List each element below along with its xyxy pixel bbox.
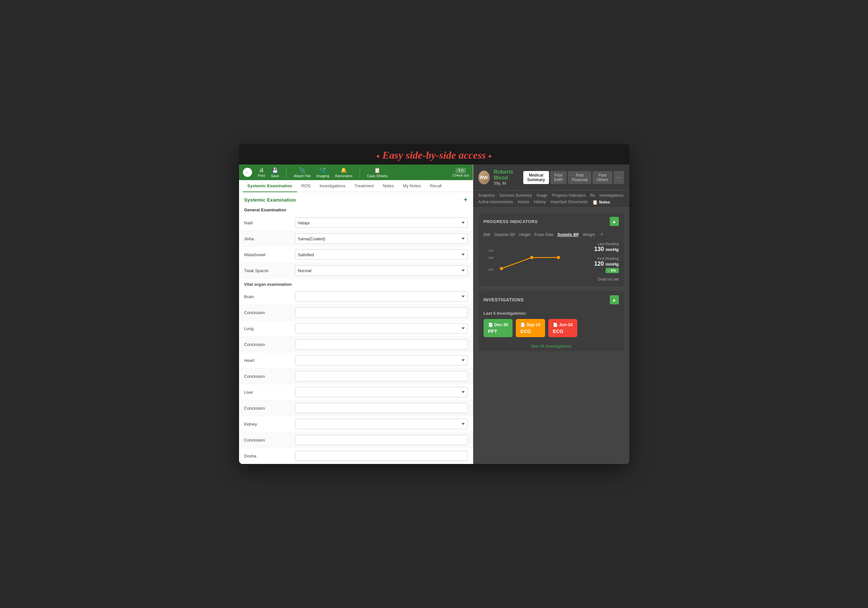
heart-conclusion-input[interactable] [295, 371, 468, 381]
kidney-conclusion-row: Conclusion [239, 432, 473, 448]
tab-investigations[interactable]: Investigations [315, 180, 350, 192]
reading-change-badge: ↑ 8% [606, 268, 618, 273]
chart-container: 120 130 130 [484, 242, 575, 282]
first-reading-block: First Reading 120 mmHg ↑ 8% [594, 257, 619, 273]
svg-point-3 [500, 267, 503, 270]
tab-notes[interactable]: Notes [378, 180, 398, 192]
twak-select[interactable]: Normal [295, 265, 468, 276]
inv-item-dec30[interactable]: 📄 Dec-30 PFT [484, 319, 513, 337]
brain-conclusion-label: Conclusion [244, 310, 290, 315]
progress-chart-svg: 120 130 130 [484, 242, 575, 281]
metric-systolic-bp[interactable]: Systolic BP [557, 232, 579, 237]
heart-select[interactable] [295, 355, 468, 365]
investigations-toggle-button[interactable]: ▲ [610, 295, 619, 304]
inv-date-sep15: 📄 Sep-15 [520, 322, 541, 327]
metric-weight[interactable]: Weight [583, 232, 595, 237]
svg-text:130: 130 [488, 256, 493, 260]
save-icon: 💾 [272, 167, 278, 173]
back-button[interactable]: ← [243, 168, 252, 177]
mala-select[interactable]: Satisfied [295, 249, 468, 260]
chart-area: 120 130 130 [478, 242, 624, 286]
case-sheets-icon: 📋 [374, 167, 380, 173]
title-bar: ✦ Easy side-by-side access ✦ [239, 144, 629, 164]
progress-toggle-button[interactable]: ▲ [610, 217, 619, 226]
liver-conclusion-input[interactable] [295, 403, 468, 413]
nadi-row: Nadi Vataja [239, 215, 473, 231]
print-button[interactable]: 🖨 Print [258, 167, 265, 178]
kidney-row: Kidney [239, 416, 473, 432]
reminders-button[interactable]: 🔔 Reminders [335, 167, 352, 178]
save-button[interactable]: 💾 Save [271, 167, 279, 178]
metric-diastolic-bp[interactable]: Diastolic BP [494, 232, 515, 237]
inv-type-sep15: ECG [520, 328, 541, 334]
tab-medical-summary[interactable]: MedicalSummary [523, 171, 549, 184]
nav-important-documents[interactable]: Important Documents [550, 200, 588, 205]
inv-item-sep15[interactable]: 📄 Sep-15 ECG [516, 319, 545, 337]
nav-active-assessments[interactable]: Active Assessments [478, 200, 513, 205]
dosha-input[interactable] [295, 451, 468, 461]
inv-date-jun10: 📄 Jun-10 [553, 322, 573, 327]
inv-item-jun10[interactable]: 📄 Jun-10 ECG [548, 319, 577, 337]
svg-point-5 [557, 256, 560, 259]
avatar: RW [478, 171, 490, 184]
kidney-conclusion-input[interactable] [295, 435, 468, 445]
tab-treatment[interactable]: Treatment [350, 180, 378, 192]
toolbar: ← 🖨 Print 💾 Save 📎 Attach File 🩺 Imaging [239, 164, 473, 180]
heart-conclusion-row: Conclusion [239, 368, 473, 384]
tab-recall[interactable]: Recall [425, 180, 446, 192]
goal-text: Goal not set [598, 277, 619, 282]
nav-investigations[interactable]: Investigations [599, 193, 623, 198]
lung-select[interactable] [295, 323, 468, 334]
tab-systemic-examination[interactable]: Systemic Examination [243, 180, 297, 192]
case-sheets-button[interactable]: 📋 Case Sheets [367, 167, 388, 178]
add-metric-button[interactable]: + [600, 231, 604, 238]
attach-file-button[interactable]: 📎 Attach File [294, 167, 311, 178]
nav-snapshot[interactable]: Snapshot [478, 193, 495, 198]
tab-past-financial[interactable]: PastFinancial [568, 171, 591, 184]
metric-height[interactable]: Height [519, 232, 531, 237]
tab-past-emr[interactable]: PastEMR [550, 171, 567, 184]
tab-past-others[interactable]: PastOthers [592, 171, 612, 184]
nav-image[interactable]: Image [536, 193, 547, 198]
heart-conclusion-label: Conclusion [244, 374, 290, 379]
sparkle-right: ✦ [487, 153, 493, 160]
main-panels: ← 🖨 Print 💾 Save 📎 Attach File 🩺 Imaging [239, 164, 629, 464]
nadi-select[interactable]: Vataja [295, 218, 468, 228]
patient-info: RW Roberts Wood 39y, M [478, 169, 524, 186]
more-options-button[interactable]: ⋯ [614, 171, 624, 184]
file-icon-dec30: 📄 [488, 323, 493, 327]
heart-row: Heart [239, 353, 473, 368]
systemic-exam-header: Systemic Examination + [239, 192, 473, 205]
inv-date-dec30: 📄 Dec-30 [488, 322, 508, 327]
tab-my-notes[interactable]: My Notes [398, 180, 425, 192]
kidney-select[interactable] [295, 419, 468, 429]
nav-rx[interactable]: Rx [590, 193, 595, 198]
see-all-investigations-link[interactable]: See All Investigations [478, 341, 624, 351]
mala-label: Mala/bowel [244, 252, 290, 257]
investigations-title: INVESTIGATIONS [484, 297, 524, 302]
brain-conclusion-input[interactable] [295, 307, 468, 318]
nav-advice[interactable]: Advice [518, 200, 529, 205]
brain-select[interactable] [295, 291, 468, 302]
tab-ros[interactable]: ROS [297, 180, 315, 192]
checkout-area: ₹ 0 Check out [453, 168, 469, 177]
add-section-button[interactable]: + [464, 196, 468, 204]
lung-conclusion-input[interactable] [295, 339, 468, 350]
nav-services-summary[interactable]: Services Summary [499, 193, 532, 198]
metric-bmi[interactable]: BMI [484, 232, 490, 237]
toolbar-divider-2 [360, 167, 360, 178]
jivha-label: Jivha [244, 237, 290, 241]
brain-conclusion-row: Conclusion [239, 305, 473, 320]
heart-label: Heart [244, 358, 290, 363]
nav-history[interactable]: History [534, 200, 546, 205]
nav-notes[interactable]: 📋 Notes [592, 200, 610, 205]
nav-progress-indicators[interactable]: Progress Indicators [552, 193, 585, 198]
avatar-image: RW [478, 171, 490, 184]
jivha-row: Jivha Sama(Coated) [239, 231, 473, 247]
imaging-button[interactable]: 🩺 Imaging [316, 167, 329, 178]
checkout-label[interactable]: Check out [453, 173, 469, 177]
metric-pulse-rate[interactable]: Pulse Rate [534, 232, 553, 237]
lung-row: Lung [239, 320, 473, 337]
jivha-select[interactable]: Sama(Coated) [295, 234, 468, 244]
liver-select[interactable] [295, 387, 468, 397]
